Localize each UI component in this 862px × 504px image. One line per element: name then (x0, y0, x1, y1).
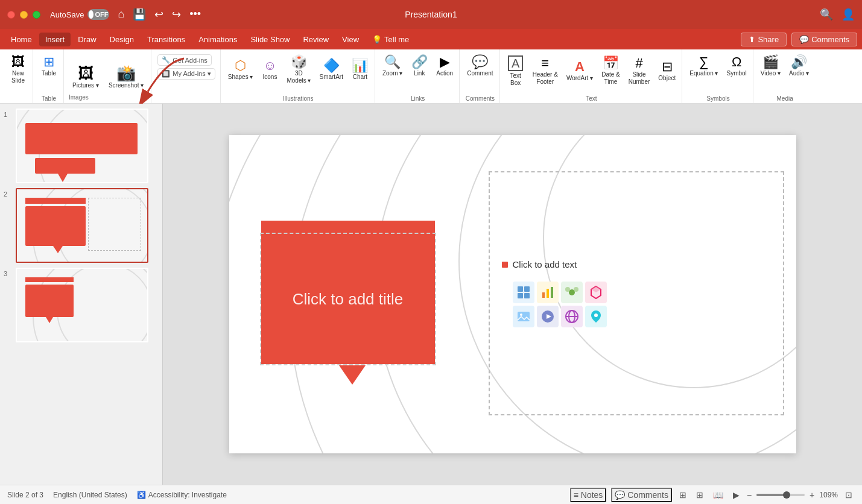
action-button[interactable]: ▶ Action (433, 53, 457, 80)
undo-icon[interactable]: ↩ (154, 8, 163, 21)
smartart-content-icon[interactable] (561, 282, 583, 303)
get-addins-button[interactable]: 🔧 Get Add-ins (157, 54, 211, 66)
slide-thumb-1[interactable] (16, 109, 148, 183)
chart-content-icon[interactable] (537, 282, 559, 303)
symbols-row: ∑ Equation ▾ Ω Symbol (686, 53, 750, 80)
menu-transitions[interactable]: Transitions (141, 33, 191, 46)
video-label: Video ▾ (761, 70, 781, 77)
screenshot-icon: 📸 (116, 65, 136, 81)
zoom-out-button[interactable]: − (747, 490, 752, 500)
link-button[interactable]: 🔗 Link (407, 53, 431, 80)
maximize-button[interactable] (33, 11, 40, 19)
close-button[interactable] (7, 11, 15, 19)
statusbar: Slide 2 of 3 English (United States) ♿ A… (0, 485, 862, 504)
wordart-label: WordArt ▾ (566, 75, 593, 82)
menu-review[interactable]: Review (297, 33, 335, 46)
audio-button[interactable]: 🔊 Audio ▾ (785, 53, 813, 80)
menu-home[interactable]: Home (5, 33, 38, 46)
3d-models-button[interactable]: 🎲 3DModels ▾ (283, 53, 314, 87)
pictures-button[interactable]: 🖼 Pictures ▾ (69, 63, 103, 92)
ribbon-group-text: A TextBox ≡ Header &Footer A WordArt ▾ 📅… (501, 49, 683, 103)
slide-item-1[interactable]: 1 (4, 109, 159, 183)
accessibility-button[interactable]: ♿ Accessibility: Investigate (137, 491, 227, 499)
slide-item-2[interactable]: 2 (4, 188, 159, 263)
slide-item-3[interactable]: 3 (4, 268, 159, 342)
content-text-label: Click to add text (513, 259, 577, 269)
table-content-icon[interactable] (513, 282, 534, 303)
zoom-track (756, 494, 785, 496)
svg-rect-5 (542, 292, 545, 298)
datetime-button[interactable]: 📅 Date &Time (598, 54, 624, 88)
symbol-label: Symbol (726, 70, 746, 77)
video-button[interactable]: 🎬 Video ▾ (757, 53, 784, 80)
reading-view-button[interactable]: 📖 (711, 489, 726, 501)
shapes-label: Shapes ▾ (228, 74, 253, 81)
header-footer-button[interactable]: ≡ Header &Footer (529, 54, 562, 88)
share-button[interactable]: ⬆ Share (741, 33, 787, 46)
wordart-button[interactable]: A WordArt ▾ (563, 58, 597, 84)
zoom-button[interactable]: 🔍 Zoom ▾ (379, 53, 406, 80)
comment-button[interactable]: 💬 Comment (463, 53, 496, 80)
table-button[interactable]: ⊞ Table (37, 53, 61, 80)
right-content-placeholder[interactable]: Click to add text (489, 171, 784, 415)
shapes-button[interactable]: ⬡ Shapes ▾ (224, 57, 257, 83)
menu-animations[interactable]: Animations (192, 33, 243, 46)
symbol-button[interactable]: Ω Symbol (723, 53, 750, 80)
search-icon[interactable]: 🔍 (820, 8, 833, 21)
online-content-icon[interactable] (561, 306, 583, 327)
notes-button[interactable]: ≡ Notes (570, 488, 607, 502)
slide-thumb-3[interactable] (16, 268, 148, 342)
minimize-button[interactable] (20, 11, 28, 19)
comments-status-label: Comments (627, 490, 668, 500)
menu-insert[interactable]: Insert (39, 33, 71, 46)
slide-sorter-button[interactable]: ⊞ (694, 489, 706, 501)
menu-slideshow[interactable]: Slide Show (244, 33, 296, 46)
comment-label: Comment (467, 70, 493, 77)
slide-number-button[interactable]: # SlideNumber (625, 54, 654, 88)
slide-thumb-2[interactable] (16, 188, 148, 263)
home-icon[interactable]: ⌂ (118, 8, 124, 21)
object-button[interactable]: ⊟ Object (654, 58, 679, 84)
normal-view-button[interactable]: ⊞ (677, 489, 689, 501)
video-content-icon[interactable] (537, 306, 559, 327)
image-content-icon[interactable] (513, 306, 534, 327)
comments-button[interactable]: 💬 Comments (791, 33, 857, 46)
my-addins-button[interactable]: 🔲 My Add-ins ▾ (157, 68, 215, 80)
smartart-button[interactable]: 🔷 SmartArt (315, 57, 346, 83)
equation-button[interactable]: ∑ Equation ▾ (686, 53, 721, 80)
icons-button[interactable]: ☺ Icons (258, 57, 282, 83)
save-icon[interactable]: 💾 (133, 8, 146, 21)
svg-rect-1 (518, 286, 523, 292)
icon-content-icon[interactable] (585, 306, 607, 327)
menu-design[interactable]: Design (104, 33, 140, 46)
menu-draw[interactable]: Draw (72, 33, 102, 46)
slide-canvas[interactable]: Click to add title Click to add text (163, 104, 862, 485)
tell-me-area[interactable]: 💡 Tell me (366, 33, 415, 46)
fit-window-button[interactable]: ⊡ (843, 489, 855, 501)
new-slide-button[interactable]: 🖼 NewSlide (6, 53, 30, 87)
zoom-in-button[interactable]: + (810, 490, 814, 500)
new-slide-icon: 🖼 (11, 55, 25, 69)
chart-button[interactable]: 📊 Chart (348, 57, 372, 83)
3dmodel-content-icon[interactable] (585, 282, 607, 303)
object-label: Object (658, 75, 676, 82)
menu-view[interactable]: View (336, 33, 365, 46)
callout-title-text[interactable]: Click to add title (293, 290, 404, 309)
slide-main[interactable]: Click to add title Click to add text (229, 135, 796, 453)
link-label: Link (414, 70, 425, 77)
status-right: ≡ Notes 💬 Comments ⊞ ⊞ 📖 ▶ − + 109% ⊡ (570, 488, 855, 502)
textbox-button[interactable]: A TextBox (504, 53, 528, 89)
more-icon[interactable]: ••• (189, 8, 201, 21)
slideshow-button[interactable]: ▶ (730, 489, 742, 501)
menubar: Home Insert Draw Design Transitions Anim… (0, 29, 862, 49)
redo-icon[interactable]: ↪ (172, 8, 181, 21)
comments-status-button[interactable]: 💬 Comments (611, 488, 672, 502)
account-icon[interactable]: 👤 (841, 8, 855, 21)
zoom-slider[interactable] (756, 494, 805, 496)
icons-icon: ☺ (263, 59, 276, 72)
textbox-label: TextBox (510, 72, 521, 87)
screenshot-button[interactable]: 📸 Screenshot ▾ (105, 63, 147, 92)
text-row: A TextBox ≡ Header &Footer A WordArt ▾ 📅… (504, 53, 680, 89)
autosave-toggle[interactable]: OFF (87, 9, 109, 20)
zoom-level[interactable]: 109% (819, 491, 838, 499)
